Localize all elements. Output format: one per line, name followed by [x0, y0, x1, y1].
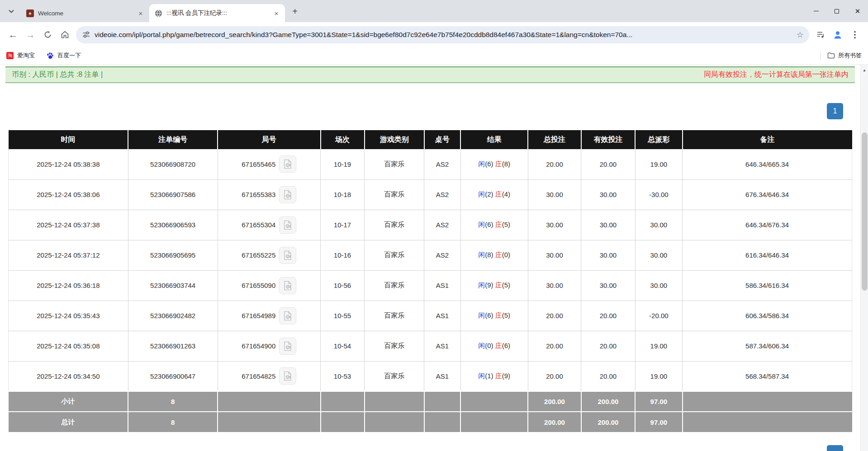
- video-replay-button[interactable]: [279, 277, 296, 294]
- round-id-text: 671654900: [242, 342, 275, 350]
- table-row: 2025-12-24 05:37:12 523066905695 6716552…: [9, 240, 852, 270]
- cell-total-bet[interactable]: 30.00: [528, 210, 581, 240]
- total-valid-bet: 200.00: [581, 412, 635, 432]
- close-tab-icon[interactable]: ×: [272, 9, 280, 17]
- reload-button[interactable]: [39, 26, 56, 43]
- bookmark-star-icon[interactable]: ☆: [797, 30, 804, 40]
- bookmark-baidu[interactable]: 百度一下: [47, 52, 81, 60]
- url-text[interactable]: videoie.com/ipl/portal.php/game/betrecor…: [95, 31, 793, 39]
- video-icon: [282, 371, 293, 381]
- bookmarks-right: 所有书签: [821, 51, 862, 60]
- cell-total-bet[interactable]: 20.00: [528, 331, 581, 361]
- home-button[interactable]: [56, 26, 73, 43]
- page-1-button[interactable]: 1: [827, 103, 843, 119]
- cell-time: 2025-12-24 05:37:38: [9, 210, 128, 240]
- cell-valid-bet: 30.00: [581, 210, 635, 240]
- round-id-text: 671655465: [242, 160, 275, 168]
- video-replay-button[interactable]: [279, 155, 296, 173]
- cell-remark: 646.34/676.34: [683, 210, 852, 240]
- page-1-button-bottom[interactable]: [827, 445, 843, 451]
- banker-label: 庄: [495, 190, 502, 198]
- reload-icon: [43, 30, 52, 39]
- scrollbar[interactable]: ▲: [860, 65, 868, 451]
- total-payout: 97.00: [635, 412, 682, 432]
- cell-table-no: AS2: [424, 240, 460, 270]
- banker-score: (0): [502, 251, 510, 258]
- new-tab-button[interactable]: +: [289, 5, 301, 18]
- cell-payout: 19.00: [635, 149, 682, 179]
- total-count: 8: [128, 412, 218, 432]
- table-row: 2025-12-24 05:38:38 523066908720 6716554…: [9, 149, 852, 179]
- video-replay-button[interactable]: [279, 216, 296, 234]
- round-id-text: 671655383: [242, 191, 275, 198]
- cell-game-type: 百家乐: [365, 331, 424, 361]
- back-button[interactable]: ←: [5, 26, 22, 43]
- site-settings-icon[interactable]: [82, 31, 90, 38]
- forward-icon: →: [26, 30, 35, 39]
- cell-total-bet[interactable]: 20.00: [528, 361, 581, 391]
- banker-score: (5): [502, 311, 510, 319]
- video-replay-button[interactable]: [279, 367, 296, 385]
- summary-bar: 币别 : 人民币 | 总共 :8 注单 | 同局有效投注，统一计算在该局第一张注…: [5, 66, 855, 83]
- player-score: (6): [485, 311, 493, 319]
- all-bookmarks-label: 所有书签: [838, 52, 862, 60]
- banker-label: 庄: [495, 251, 502, 258]
- cell-table-no: AS1: [424, 270, 460, 301]
- player-score: (6): [485, 221, 493, 228]
- tab-bet-record[interactable]: :::视讯 会员下注纪录::: ×: [149, 4, 285, 22]
- cell-time: 2025-12-24 05:34:50: [9, 361, 128, 391]
- cell-table-no: AS2: [424, 149, 460, 179]
- cell-payout: 19.00: [635, 361, 682, 391]
- scroll-up-icon[interactable]: ▲: [861, 68, 868, 72]
- video-icon: [282, 310, 293, 321]
- cell-valid-bet: 30.00: [581, 179, 635, 210]
- header-valid-bet: 有效投注: [581, 130, 635, 149]
- address-bar[interactable]: videoie.com/ipl/portal.php/game/betrecor…: [76, 26, 809, 43]
- all-bookmarks-button[interactable]: 所有书签: [827, 52, 862, 60]
- cell-total-bet[interactable]: 20.00: [528, 149, 581, 179]
- minimize-button[interactable]: [806, 0, 826, 22]
- window-controls: ✕: [806, 0, 868, 22]
- video-replay-button[interactable]: [279, 338, 296, 355]
- subtotal-valid-bet: 200.00: [581, 391, 635, 412]
- cell-valid-bet: 20.00: [581, 361, 635, 391]
- bookmark-aitaobao[interactable]: 淘 爱淘宝: [6, 52, 35, 60]
- player-score: (2): [485, 190, 493, 198]
- forward-button[interactable]: →: [22, 26, 39, 43]
- cell-table-no: AS1: [424, 331, 460, 361]
- banker-score: (9): [502, 372, 510, 380]
- home-icon: [61, 30, 69, 39]
- cell-game-type: 百家乐: [365, 270, 424, 301]
- folder-icon: [827, 52, 835, 59]
- cell-result: 闲(6) 庄(5): [460, 301, 528, 331]
- cell-total-bet[interactable]: 20.00: [528, 301, 581, 331]
- close-tab-icon[interactable]: ×: [137, 9, 145, 17]
- media-control-button[interactable]: [812, 26, 829, 43]
- banker-label: 庄: [495, 221, 502, 228]
- tab-welcome[interactable]: ♠ Welcome ×: [21, 4, 149, 22]
- minimize-icon: [814, 11, 819, 11]
- video-replay-button[interactable]: [279, 247, 296, 264]
- player-label: 闲: [478, 372, 485, 380]
- profile-button[interactable]: [829, 26, 846, 43]
- video-icon: [282, 280, 293, 291]
- cell-valid-bet: 30.00: [581, 270, 635, 301]
- tab-title: Welcome: [38, 10, 137, 17]
- video-replay-button[interactable]: [279, 307, 296, 324]
- menu-button[interactable]: [846, 26, 863, 43]
- player-label: 闲: [478, 160, 485, 168]
- cell-result: 闲(8) 庄(0): [460, 240, 528, 270]
- close-window-button[interactable]: ✕: [847, 0, 868, 22]
- maximize-button[interactable]: [826, 0, 847, 22]
- tab-search-button[interactable]: [4, 4, 19, 19]
- cell-total-bet[interactable]: 30.00: [528, 179, 581, 210]
- cell-valid-bet: 20.00: [581, 149, 635, 179]
- cell-total-bet[interactable]: 30.00: [528, 240, 581, 270]
- cell-bet-id: 523066901263: [128, 331, 218, 361]
- cell-time: 2025-12-24 05:35:43: [9, 301, 128, 331]
- cell-table-no: AS2: [424, 210, 460, 240]
- cell-total-bet[interactable]: 30.00: [528, 270, 581, 301]
- video-replay-button[interactable]: [279, 186, 296, 203]
- cell-session: 10-17: [321, 210, 365, 240]
- scrollbar-thumb[interactable]: [862, 132, 868, 291]
